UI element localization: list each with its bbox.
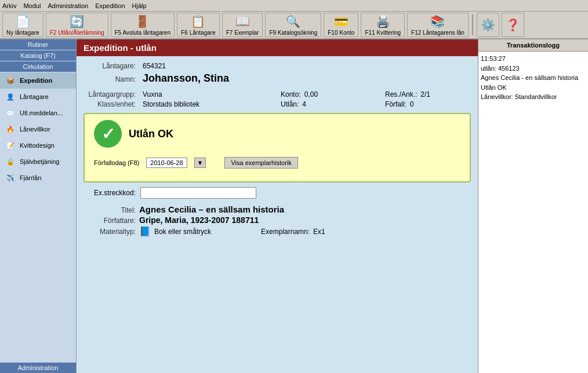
- f12-label: F12 Låntagarens lån: [411, 30, 464, 36]
- check-icon: ✓: [94, 120, 122, 148]
- f11-icon: 🖨️: [376, 14, 390, 28]
- sidebar-bottom[interactable]: Administration: [0, 363, 76, 373]
- ex-streckkod-input[interactable]: [140, 187, 256, 199]
- flame-icon: 🔥: [5, 123, 16, 135]
- f10-icon: 💳: [334, 14, 349, 28]
- f7-exemplar-button[interactable]: 📖 F7 Exemplar: [222, 13, 263, 37]
- lantagargrupp-label: Låntagargrupp:: [84, 90, 136, 98]
- lantagare-label: Låntagare:: [84, 62, 136, 70]
- menu-administration[interactable]: Administration: [48, 2, 88, 9]
- exemplarnamn-label: Exemplarnamn:: [261, 228, 310, 236]
- f2-utlan-button[interactable]: 🔄 F2 Utlån/Återlämning: [46, 13, 108, 37]
- materialtyp-row: Materialtyp: 📘 Bok eller småtryck Exempl…: [84, 226, 471, 237]
- sidebar-item-sjalvbetjaning[interactable]: 🔒 Självbetjäning: [0, 153, 76, 170]
- settings-button[interactable]: ⚙️: [477, 13, 499, 37]
- ny-lantagare-label: Ny låntagare: [6, 30, 39, 36]
- receipt-icon: 📝: [5, 140, 16, 151]
- check-symbol: ✓: [101, 125, 115, 144]
- utlan-value: 4: [302, 100, 306, 108]
- status-footer: Förfallodag (F8) 2010-06-28 ▼ Visa exemp…: [94, 157, 460, 169]
- sidebar-item-expedition[interactable]: 📦 Expedition: [0, 72, 76, 89]
- translog-entry-1: utlån: 456123: [481, 64, 586, 74]
- ny-lantagare-button[interactable]: 📄 Ny låntagare: [2, 13, 43, 37]
- sidebar-section-katalog[interactable]: Katalog (F7): [0, 50, 76, 61]
- person-icon: 👤: [5, 91, 16, 103]
- mail-icon: ✉️: [5, 107, 16, 119]
- materialtyp-value: Bok eller småtryck: [154, 228, 211, 236]
- forfattare-row: Författare: Gripe, Maria, 1923-2007 1887…: [84, 215, 471, 225]
- f2-label: F2 Utlån/Återlämning: [50, 30, 104, 36]
- main-layout: Rutiner Katalog (F7) Cirkulation 📦 Exped…: [0, 39, 588, 373]
- new-doc-icon: 📄: [16, 14, 30, 28]
- f6-lantagare-button[interactable]: 📋 F6 Låntagare: [177, 13, 220, 37]
- sidebar-item-utlmeddelanden[interactable]: ✉️ Utl.meddelan...: [0, 105, 76, 121]
- f5-avsluta-button[interactable]: 🚪 F5 Avsluta låntagaren: [111, 13, 175, 37]
- sidebar-item-kvittodesign[interactable]: 📝 Kvittodesign: [0, 137, 76, 153]
- forfall-row: Förfall: 0: [385, 100, 430, 108]
- forfallodag-label: Förfallodag (F8): [94, 159, 139, 166]
- f9-katalog-button[interactable]: 🔍 F9 Katalogsökning: [265, 13, 321, 37]
- book-info: Titel: Agnes Cecilia – en sällsam histor…: [84, 204, 471, 237]
- f9-label: F9 Katalogsökning: [269, 30, 317, 36]
- book-type-icon: 📘: [139, 226, 151, 237]
- f12-lan-button[interactable]: 📚 F12 Låntagarens lån: [407, 13, 469, 37]
- f6-label: F6 Låntagare: [181, 30, 216, 36]
- status-row: ✓ Utlån OK: [94, 120, 460, 148]
- gear-icon: ⚙️: [481, 18, 495, 32]
- klassenhet-label: Klass/enhet:: [84, 100, 136, 108]
- status-box: ✓ Utlån OK Förfallodag (F8) 2010-06-28 ▼…: [84, 113, 471, 182]
- f11-kvittering-button[interactable]: 🖨️ F11 Kvittering: [361, 13, 405, 37]
- content-body: Låntagare: 654321 Namn: Johansson, Stina…: [77, 56, 478, 373]
- forfall-dropdown-button[interactable]: ▼: [194, 158, 206, 168]
- menu-hjälp[interactable]: Hjälp: [132, 2, 147, 9]
- lock-icon: 🔒: [5, 156, 16, 167]
- help-icon: ❓: [506, 18, 520, 32]
- sidebar-section-rutiner[interactable]: Rutiner: [0, 39, 76, 50]
- f2-icon: 🔄: [70, 14, 84, 28]
- namn-value: Johansson, Stina: [143, 72, 229, 85]
- content-area: Expedition - utlån Låntagare: 654321 Nam…: [77, 39, 478, 373]
- translog-entry-3: Utlån OK: [481, 83, 586, 93]
- f10-konto-button[interactable]: 💳 F10 Konto: [324, 13, 358, 37]
- materialtyp-label: Materialtyp:: [84, 228, 136, 236]
- titel-value: Agnes Cecilia – en sällsam historia: [139, 204, 284, 214]
- toolbar: 📄 Ny låntagare 🔄 F2 Utlån/Återlämning 🚪 …: [0, 12, 588, 39]
- expedition-icon: 📦: [5, 75, 16, 86]
- info-mid: Konto: 0,00 Utlån: 4: [281, 90, 385, 108]
- forfallodag-date: 2010-06-28: [146, 158, 187, 168]
- res-ank-value: 2/1: [420, 90, 430, 98]
- toolbar-separator: [472, 14, 473, 35]
- klassenhet-value: Storstads bibliotek: [143, 100, 199, 108]
- forfall-label: Förfall:: [385, 100, 406, 108]
- namn-label: Namn:: [84, 75, 136, 83]
- translog-entry-2: Agnes Cecilia - en sällsam historia: [481, 73, 586, 83]
- klassenhet-row: Klass/enhet: Storstads bibliotek: [84, 100, 281, 108]
- menu-modul[interactable]: Modul: [23, 2, 41, 9]
- f5-icon: 🚪: [135, 14, 150, 28]
- sidebar-fjarrllan-label: Fjärrlån: [20, 174, 41, 181]
- forfattare-label: Författare:: [84, 217, 136, 225]
- f9-icon: 🔍: [286, 14, 300, 28]
- f7-label: F7 Exemplar: [226, 30, 259, 36]
- f7-icon: 📖: [235, 14, 250, 28]
- menu-arkiv[interactable]: Arkiv: [2, 2, 16, 9]
- f6-icon: 📋: [191, 14, 205, 28]
- sidebar-item-lantagare[interactable]: 👤 Låntagare: [0, 89, 76, 105]
- visa-exemplarhistorik-button[interactable]: Visa exemplarhistorik: [224, 157, 297, 169]
- konto-row: Konto: 0,00: [281, 90, 385, 98]
- sidebar-utlmeddelanden-label: Utl.meddelan...: [20, 109, 63, 116]
- menu-expedition[interactable]: Expedition: [95, 2, 125, 9]
- f12-icon: 📚: [430, 14, 445, 28]
- sidebar: Rutiner Katalog (F7) Cirkulation 📦 Exped…: [0, 39, 77, 373]
- plane-icon: ✈️: [5, 172, 16, 184]
- sidebar-section-cirkulation[interactable]: Cirkulation: [0, 61, 76, 72]
- sidebar-item-lanevillkor[interactable]: 🔥 Lånevillkor: [0, 121, 76, 137]
- translog-body[interactable]: 11:53:27 utlån: 456123 Agnes Cecilia - e…: [478, 52, 588, 373]
- exemplarnamn-value: Ex1: [313, 228, 325, 236]
- sidebar-item-fjarrllan[interactable]: ✈️ Fjärrlån: [0, 170, 76, 186]
- lantagare-number: 654321: [143, 62, 166, 70]
- utlan-label: Utlån:: [281, 100, 299, 108]
- content-header: Expedition - utlån: [77, 39, 478, 56]
- help-button[interactable]: ❓: [502, 13, 524, 37]
- translog-entry-0: 11:53:27: [481, 54, 586, 64]
